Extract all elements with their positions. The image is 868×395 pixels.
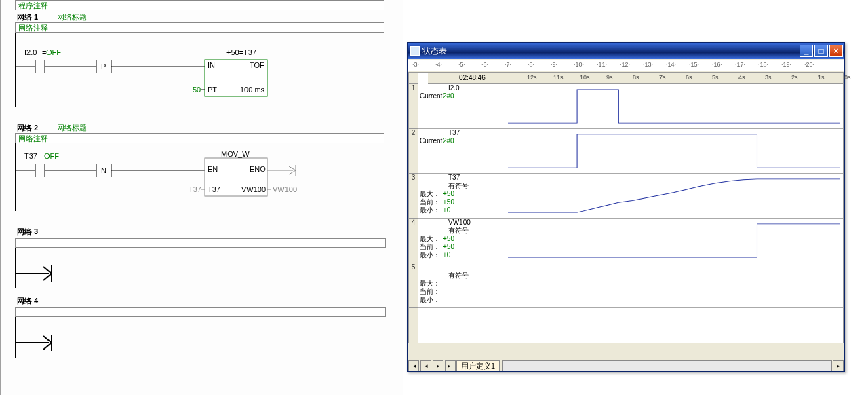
rung-1[interactable]: I2.0 = OFF P +50=T37 IN TOF PT 100 ms 50: [15, 33, 395, 107]
time-header: 02:48:46 12s11s10s9s8s7s6s5s4s3s2s1s0s: [428, 73, 843, 84]
svg-text:MOV_W: MOV_W: [221, 150, 250, 158]
svg-line-37: [289, 166, 296, 170]
svg-text:P: P: [101, 62, 106, 71]
svg-text:I2.0: I2.0: [24, 48, 37, 56]
network-comment[interactable]: [15, 307, 386, 317]
svg-line-53: [43, 336, 52, 343]
scroll-last-button[interactable]: ▸|: [445, 360, 456, 371]
svg-line-49: [43, 274, 52, 280]
network-comment[interactable]: 网络注释: [15, 133, 384, 143]
network-number: 网络 2: [17, 122, 55, 133]
network-comment[interactable]: 网络注释: [15, 22, 384, 33]
program-comment[interactable]: 程序注释: [15, 0, 384, 10]
svg-text:T37: T37: [208, 185, 220, 193]
svg-line-38: [289, 170, 296, 174]
svg-text:T37: T37: [24, 152, 37, 160]
svg-line-54: [43, 343, 52, 350]
ruler: ·3··4··5··6··7··8··9··10··11··12··13··14…: [408, 60, 844, 71]
network-title[interactable]: 网络标题: [57, 13, 87, 21]
svg-text:VW100: VW100: [273, 185, 297, 193]
scroll-next-button[interactable]: ▸: [433, 360, 443, 371]
chart-row[interactable]: 有符号 最大： 当前： 最小：: [418, 263, 843, 308]
svg-text:OFF: OFF: [44, 152, 59, 160]
svg-text:IN: IN: [208, 61, 215, 69]
rung-2[interactable]: T37 = OFF N MOV_W EN ENO T37 T37 VW100 V…: [15, 143, 395, 211]
network-number: 网络 4: [17, 295, 55, 306]
network-header: 网络 1 网络标题: [15, 12, 403, 22]
svg-text:ENO: ENO: [250, 165, 266, 173]
scroll-prev-button[interactable]: ◂: [420, 360, 431, 371]
minimize-button[interactable]: _: [800, 45, 813, 57]
network-title[interactable]: 网络标题: [57, 124, 87, 132]
maximize-button[interactable]: □: [814, 45, 828, 57]
network-comment[interactable]: [15, 238, 386, 248]
scroll-right-button[interactable]: ▸: [833, 360, 844, 371]
network-header: 网络 2 网络标题: [15, 122, 403, 133]
network-header: 网络 4: [15, 295, 403, 306]
chart-row[interactable]: T37 有符号 最大：+50 当前：+50 最小：+0: [418, 174, 843, 219]
network-number: 网络 1: [17, 12, 55, 22]
chart-row[interactable]: T37 Current:2#0: [418, 129, 843, 174]
svg-text:T37: T37: [189, 185, 201, 193]
svg-line-48: [43, 267, 52, 274]
sheet-tab[interactable]: 用户定义1: [456, 360, 500, 371]
svg-text:N: N: [101, 166, 106, 174]
svg-text:PT: PT: [208, 86, 217, 94]
svg-text:100 ms: 100 ms: [240, 86, 265, 94]
chart-row[interactable]: VW100 有符号 最大：+50 当前：+50 最小：+0: [418, 219, 843, 263]
row-number-gutter: 1 2 3 4 5: [409, 73, 418, 343]
scrollbar-track[interactable]: [502, 360, 832, 371]
scroll-first-button[interactable]: |◂: [408, 360, 419, 371]
chart-row[interactable]: I2.0 Current:2#0: [418, 84, 843, 129]
rung-4[interactable]: [15, 317, 395, 358]
app-icon: [410, 46, 420, 56]
svg-text:TOF: TOF: [250, 61, 264, 69]
rung-3[interactable]: [15, 248, 395, 288]
svg-text:+50=T37: +50=T37: [226, 48, 256, 56]
close-button[interactable]: ×: [829, 45, 843, 57]
ladder-editor[interactable]: 程序注释 网络 1 网络标题 网络注释 I2.0 = OFF P +50=T37…: [0, 0, 403, 395]
network-header: 网络 3: [15, 226, 403, 237]
titlebar[interactable]: 状态表 _ □ ×: [408, 43, 844, 59]
svg-text:VW100: VW100: [241, 185, 266, 193]
svg-text:OFF: OFF: [46, 48, 61, 56]
window-title: 状态表: [422, 45, 447, 57]
status-window[interactable]: 状态表 _ □ × ·3··4··5··6··7··8··9··10··11··…: [407, 42, 845, 372]
svg-text:EN: EN: [208, 165, 218, 173]
bottom-scroll[interactable]: |◂ ◂ ▸ ▸| 用户定义1 ▸: [408, 360, 844, 371]
svg-text:50: 50: [193, 86, 201, 94]
network-number: 网络 3: [17, 226, 55, 237]
chart-area: 1 2 3 4 5 02:48:46 12s11s10s9s8s7s6s5s4s…: [408, 72, 844, 343]
